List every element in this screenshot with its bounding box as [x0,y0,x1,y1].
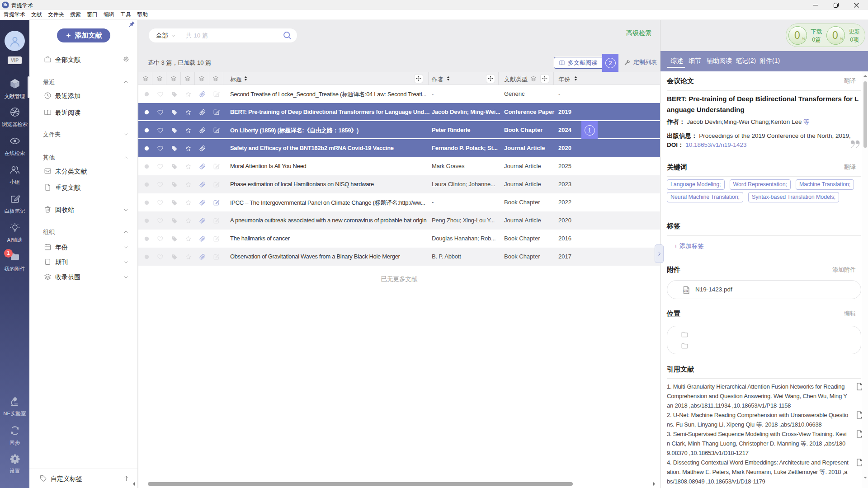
edit-icon[interactable] [213,127,220,134]
doc-title[interactable]: Safety and Efficacy of the BNT162b2 mRNA… [230,145,430,151]
search-icon[interactable] [283,31,292,40]
add-attachment-link[interactable]: 添加附件 [832,266,856,274]
document-row[interactable]: BERT: Pre-training of Deep Bidirectional… [138,103,660,121]
select-dot-icon[interactable] [143,235,150,242]
document-row[interactable]: IPCC – The Intergovernmental Panel on Cl… [138,193,660,211]
sidebar-section-folders[interactable]: 文件夹 [29,129,138,140]
menu-help[interactable]: 帮助 [137,11,148,19]
doc-title[interactable]: A pneumonia outbreak associated with a n… [230,217,430,224]
document-row[interactable]: The hallmarks of cancer Douglas Hanahan;… [138,230,660,248]
sort-icon[interactable] [243,75,249,81]
horizontal-scrollbar[interactable] [148,482,573,486]
edit-icon[interactable] [213,91,220,98]
tag-icon[interactable] [171,181,178,188]
select-dot-icon[interactable] [143,163,150,170]
heart-icon[interactable] [157,109,164,116]
star-icon[interactable] [185,253,192,260]
customize-list-button[interactable]: 定制列表 [624,58,657,66]
column-year[interactable]: 年份 [558,75,570,84]
doc-title[interactable]: On Liberty (1859) (标题译名:《自由之路：1859》) [230,127,430,135]
heart-icon[interactable] [157,127,164,134]
heart-icon[interactable] [157,217,164,224]
document-row[interactable]: Observation of Gravitational Waves from … [138,248,660,266]
star-icon[interactable] [185,199,192,206]
paperclip-icon[interactable] [199,181,206,188]
document-row[interactable]: Phase estimation of local Hamiltonians o… [138,175,660,193]
menu-window[interactable]: 窗口 [87,11,98,19]
scroll-right-arrow[interactable] [653,482,655,486]
sidebar-item-recent-read[interactable]: 最近阅读 [29,107,138,118]
tag-icon[interactable] [171,91,178,98]
advanced-search-link[interactable]: 高级检索 [626,29,651,38]
paperclip-icon[interactable] [199,235,206,242]
translate-link[interactable]: 翻译 [844,77,856,85]
heart-icon[interactable] [157,235,164,242]
tag-icon[interactable] [171,253,178,260]
tab-attachments[interactable]: 附件(1) [760,57,780,65]
keyword-chip[interactable]: Machine Translation; [796,179,854,190]
paperclip-icon[interactable] [199,91,206,98]
edit-icon[interactable] [213,163,220,170]
doc-title[interactable]: Second Treatise of Locke_Second_Treatise… [230,90,430,99]
edit-location-link[interactable]: 编辑 [844,310,856,318]
document-row[interactable]: Second Treatise of Locke_Second_Treatise… [138,85,660,103]
tag-icon[interactable] [171,109,178,116]
star-icon[interactable] [185,91,192,98]
add-file-icon[interactable] [855,382,862,391]
keyword-chip[interactable]: Word Representation; [730,179,791,190]
document-row[interactable]: A pneumonia outbreak associated with a n… [138,211,660,230]
close-button[interactable] [846,0,867,10]
add-tag-button[interactable]: + 添加标签 [674,242,704,250]
sync-stats-pill[interactable]: 0 % 下载0篇 0 % 更新0项 [786,23,865,47]
add-file-icon[interactable] [855,411,862,419]
layers-icon[interactable] [184,75,191,82]
tag-icon[interactable] [171,163,178,170]
add-file-icon[interactable] [855,430,862,438]
edit-icon[interactable] [213,199,220,206]
tab-overview[interactable]: 综述 [670,57,683,65]
sidebar-item-custom-tags[interactable]: 自定义标签 [29,473,138,484]
document-row[interactable]: Moral Attention Is All You Need Mark Gra… [138,157,660,175]
keyword-chip[interactable]: Syntax-based Translation Models; [748,192,839,202]
select-dot-icon[interactable] [143,145,150,152]
rail-item-library[interactable]: 文献管理 [0,78,29,100]
sidebar-item-duplicates[interactable]: 重复文献 [29,182,138,193]
sidebar-item-trash[interactable]: 回收站 [29,204,138,215]
folder-icon[interactable] [681,342,689,350]
paperclip-icon[interactable] [199,145,206,152]
maximize-button[interactable] [826,0,846,10]
tag-icon[interactable] [171,145,178,152]
edit-icon[interactable] [213,109,220,116]
menu-app[interactable]: 青提学术 [4,11,25,19]
multi-doc-read-button[interactable]: 多文献阅读 [554,57,602,69]
tag-icon[interactable] [171,127,178,134]
rail-item-settings[interactable]: 设置 [0,453,29,475]
column-title[interactable]: 标题 [230,75,242,84]
star-icon[interactable] [185,235,192,242]
scroll-up-arrow[interactable] [863,75,867,77]
paperclip-icon[interactable] [199,253,206,260]
pin-icon[interactable] [128,21,135,28]
scroll-down-arrow[interactable] [863,477,867,479]
tag-icon[interactable] [171,199,178,206]
heart-icon[interactable] [157,181,164,188]
heart-icon[interactable] [157,253,164,260]
document-row[interactable]: Safety and Efficacy of the BNT162b2 mRNA… [138,139,660,157]
keyword-chip[interactable]: Neural Machine Translation; [667,192,743,202]
select-dot-icon[interactable] [143,127,150,134]
select-dot-icon[interactable] [143,199,150,206]
edit-icon[interactable] [213,253,220,260]
doc-title[interactable]: BERT: Pre-training of Deep Bidirectional… [230,108,430,115]
sidebar-item-all-docs[interactable]: 全部文献 [29,54,138,65]
column-resize-handle[interactable] [541,75,549,83]
rail-item-whiteboard[interactable]: 白板笔记 [0,193,29,215]
edit-icon[interactable] [213,217,220,224]
sort-icon[interactable] [573,75,579,81]
quote-icon[interactable] [850,140,860,148]
rail-item-browser-search[interactable]: 浏览器检索 [0,107,29,128]
document-row[interactable]: On Liberty (1859) (标题译名:《自由之路：1859》) Pet… [138,121,660,139]
minimize-button[interactable] [806,0,826,10]
select-dot-icon[interactable] [143,109,150,116]
translate-link[interactable]: 翻译 [844,163,856,172]
column-author[interactable]: 作者 [432,75,443,84]
